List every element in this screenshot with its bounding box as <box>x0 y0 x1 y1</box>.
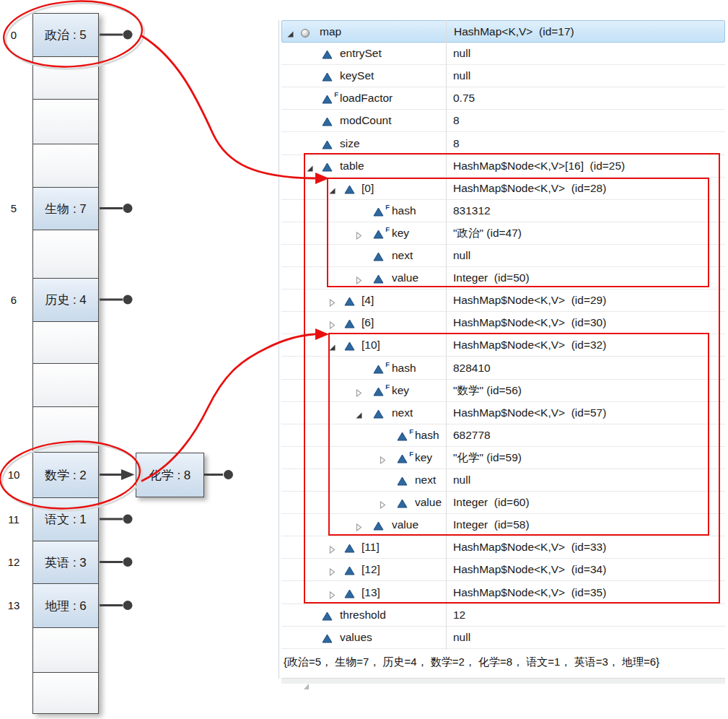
tree-row[interactable]: [6] HashMap$Node<K,V> (id=30) <box>281 312 725 334</box>
tree-row[interactable]: [13] HashMap$Node<K,V> (id=35) <box>281 582 725 604</box>
tree-row[interactable]: [10] HashMap$Node<K,V> (id=32) <box>281 334 725 357</box>
bucket-index: 12 <box>0 541 27 583</box>
field-icon <box>322 116 334 126</box>
chain-arrowhead <box>121 469 135 480</box>
bucket-label: 英语 : 3 <box>45 554 87 571</box>
expanded-arrow-icon[interactable] <box>328 341 336 349</box>
tree-row[interactable]: F hash 682778 <box>281 424 725 447</box>
pointer-dot <box>123 601 133 610</box>
tree-row[interactable]: table HashMap$Node<K,V>[16] (id=25) <box>281 155 725 178</box>
pointer-dot <box>123 515 133 524</box>
field-icon <box>344 296 356 306</box>
tree-row[interactable]: value Integer (id=58) <box>281 514 725 536</box>
tree-row[interactable]: F hash 828410 <box>281 357 725 380</box>
variable-value: null <box>453 245 470 266</box>
collapsed-arrow-icon[interactable] <box>328 319 336 327</box>
variable-name: keySet <box>340 65 374 87</box>
variable-name: hash <box>392 357 416 379</box>
expander-spacer <box>379 476 387 484</box>
tree-row[interactable]: value Integer (id=60) <box>281 492 725 514</box>
variable-value: Integer (id=60) <box>453 492 530 513</box>
tree-row[interactable]: F key "数学" (id=56) <box>281 380 725 402</box>
column-divider[interactable] <box>446 20 447 650</box>
collapsed-arrow-icon[interactable] <box>328 297 336 305</box>
tree-row[interactable]: threshold 12 <box>281 604 725 627</box>
variable-name: value <box>415 492 442 513</box>
tree-row[interactable]: [4] HashMap$Node<K,V> (id=29) <box>281 289 725 312</box>
variable-name: size <box>340 133 360 154</box>
field-icon: F <box>373 364 385 374</box>
bucket-cell-empty <box>32 99 99 144</box>
expanded-arrow-icon[interactable] <box>355 409 363 417</box>
collapsed-arrow-icon[interactable] <box>379 499 387 507</box>
tree-row[interactable]: [0] HashMap$Node<K,V> (id=28) <box>281 178 725 200</box>
pointer-dot <box>224 470 233 479</box>
field-icon <box>397 498 409 508</box>
expanded-arrow-icon[interactable] <box>286 28 294 36</box>
tree-row[interactable]: value Integer (id=50) <box>281 267 725 289</box>
tree-row[interactable]: [12] HashMap$Node<K,V> (id=34) <box>281 559 725 581</box>
field-icon: F <box>397 453 409 463</box>
collapsed-arrow-icon[interactable] <box>355 230 363 238</box>
field-icon <box>322 71 334 82</box>
expander-spacer <box>306 140 314 148</box>
collapsed-arrow-icon[interactable] <box>355 387 363 395</box>
bucket-cell-filled: 政治 : 5 <box>32 13 99 57</box>
tree-row[interactable]: next null <box>281 245 725 267</box>
variable-name: loadFactor <box>340 87 392 109</box>
tree-row[interactable]: values null <box>281 627 725 649</box>
pane-separator <box>281 678 725 684</box>
collapsed-arrow-icon[interactable] <box>379 454 387 462</box>
tree-row[interactable]: next HashMap$Node<K,V> (id=57) <box>281 402 725 424</box>
variable-value: HashMap<K,V> (id=17) <box>454 21 574 43</box>
tree-row[interactable]: F loadFactor 0.75 <box>281 87 725 110</box>
expanded-arrow-icon[interactable] <box>328 185 336 193</box>
bucket-cell-filled: 地理 : 6 <box>32 583 99 628</box>
tree-row[interactable]: next null <box>281 469 725 492</box>
variable-name: entrySet <box>340 43 382 64</box>
tree-row[interactable]: keySet null <box>281 65 725 87</box>
collapsed-arrow-icon[interactable] <box>328 566 336 574</box>
tree-row[interactable]: entrySet null <box>281 43 725 65</box>
collapsed-arrow-icon[interactable] <box>355 274 363 282</box>
detail-pane: {政治=5， 生物=7， 历史=4， 数学=2， 化学=8， 语文=1， 英语=… <box>281 650 727 674</box>
tree-row[interactable]: size 8 <box>281 133 725 155</box>
variable-name: value <box>392 267 418 289</box>
tree-row[interactable]: modCount 8 <box>281 110 725 132</box>
variable-value: 0.75 <box>453 87 475 109</box>
field-icon <box>322 162 334 172</box>
tree-row[interactable]: F key "政治" (id=47) <box>281 222 725 245</box>
bucket-label: 地理 : 6 <box>45 598 87 614</box>
tree-row[interactable]: F key "化学" (id=59) <box>281 447 725 469</box>
bucket-label: 政治 : 5 <box>45 27 87 43</box>
variable-value: 831312 <box>453 200 491 222</box>
bucket-label: 生物 : 7 <box>45 201 87 217</box>
field-icon: F <box>397 431 409 441</box>
variable-value: HashMap$Node<K,V> (id=30) <box>453 312 606 334</box>
expanded-arrow-icon[interactable] <box>306 162 314 170</box>
variable-name: next <box>415 469 436 491</box>
collapsed-arrow-icon[interactable] <box>328 589 336 597</box>
tree-row[interactable]: map HashMap<K,V> (id=17) <box>281 20 725 43</box>
bucket-cell-empty <box>32 672 99 714</box>
collapsed-arrow-icon[interactable] <box>355 521 363 529</box>
variable-name: key <box>392 222 409 244</box>
collapsed-arrow-icon[interactable] <box>328 544 336 552</box>
bucket-cell-filled: 语文 : 1 <box>32 497 99 541</box>
bucket-index: 6 <box>0 278 27 321</box>
field-icon <box>373 251 385 261</box>
tree-row[interactable]: [11] HashMap$Node<K,V> (id=33) <box>281 536 725 559</box>
variables-tree: map HashMap<K,V> (id=17) entrySet null k… <box>281 20 725 650</box>
variable-name: key <box>415 447 432 469</box>
field-icon <box>373 409 385 419</box>
bucket-index: 5 <box>0 187 27 230</box>
variable-value: null <box>453 43 470 64</box>
bucket-cell-empty <box>32 144 99 188</box>
field-icon: F <box>373 229 385 239</box>
tree-row[interactable]: F hash 831312 <box>281 200 725 222</box>
field-icon: F <box>373 386 385 396</box>
bucket-cell-empty <box>32 321 99 364</box>
bucket-index: 13 <box>0 583 27 627</box>
variable-name: modCount <box>340 110 392 131</box>
variable-name: hash <box>415 424 439 446</box>
